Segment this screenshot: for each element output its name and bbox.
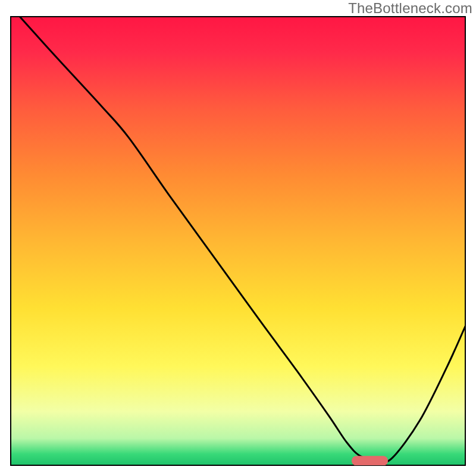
- bottleneck-plot: [0, 0, 476, 476]
- chart-canvas: TheBottleneck.com: [0, 0, 476, 476]
- optimum-marker: [352, 456, 388, 466]
- gradient-background: [11, 17, 465, 465]
